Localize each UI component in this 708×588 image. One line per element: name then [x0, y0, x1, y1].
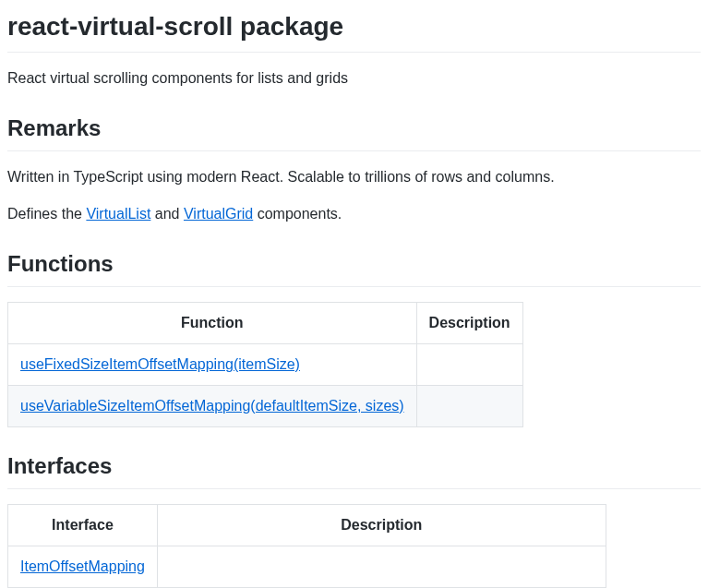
remarks-heading: Remarks — [7, 112, 701, 151]
remarks-text-post: components. — [253, 206, 342, 222]
interfaces-col-description: Description — [157, 505, 606, 546]
functions-table: Function Description useFixedSizeItemOff… — [7, 302, 701, 427]
table-row: useFixedSizeItemOffsetMapping(itemSize) — [8, 344, 523, 386]
function-link[interactable]: useFixedSizeItemOffsetMapping(itemSize) — [20, 356, 300, 372]
function-description — [416, 386, 522, 427]
remarks-text-mid: and — [150, 206, 184, 222]
interfaces-heading: Interfaces — [7, 450, 701, 489]
table-row: ItemOffsetMapping — [8, 546, 606, 588]
function-description — [416, 344, 522, 386]
functions-col-description: Description — [416, 303, 522, 344]
virtualgrid-link[interactable]: VirtualGrid — [184, 206, 253, 222]
page-title: react-virtual-scroll package — [7, 7, 701, 53]
remarks-paragraph-1: Written in TypeScript using modern React… — [7, 166, 701, 188]
intro-paragraph: React virtual scrolling components for l… — [7, 67, 701, 90]
interface-description — [157, 546, 606, 588]
remarks-text-pre: Defines the — [7, 206, 86, 222]
interfaces-table: Interface Description ItemOffsetMapping … — [7, 504, 701, 588]
table-row: useVariableSizeItemOffsetMapping(default… — [8, 386, 523, 427]
functions-heading: Functions — [7, 247, 701, 287]
remarks-paragraph-2: Defines the VirtualList and VirtualGrid … — [7, 203, 701, 225]
functions-col-function: Function — [8, 303, 417, 344]
interface-link[interactable]: ItemOffsetMapping — [20, 558, 145, 574]
interfaces-col-interface: Interface — [8, 505, 158, 546]
virtuallist-link[interactable]: VirtualList — [86, 206, 150, 222]
function-link[interactable]: useVariableSizeItemOffsetMapping(default… — [20, 398, 404, 414]
